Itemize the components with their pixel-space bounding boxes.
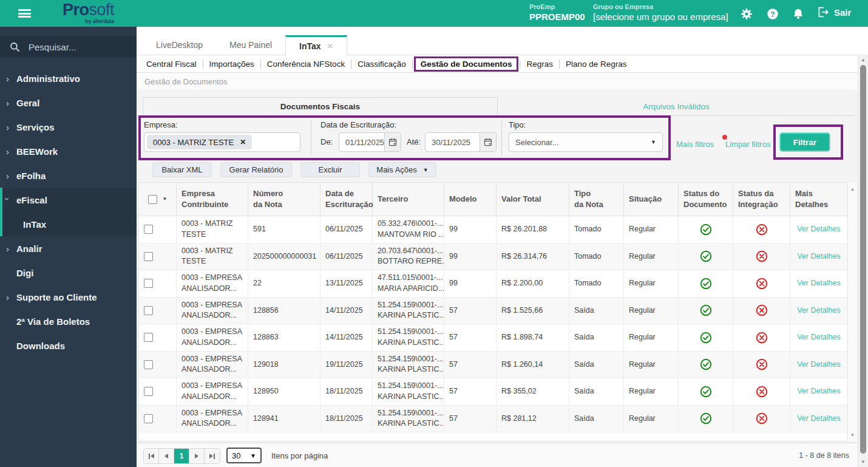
filtrar-button[interactable]: Filtrar bbox=[779, 132, 830, 152]
sidebar-item-intax[interactable]: InTax bbox=[2, 212, 137, 236]
help-icon[interactable]: ? bbox=[766, 7, 779, 21]
hamburger-menu-icon[interactable] bbox=[18, 9, 31, 18]
column-header-data-de-escritura-o[interactable]: Data deEscrituração bbox=[320, 183, 373, 216]
column-header-terceiro[interactable]: Terceiro bbox=[373, 183, 444, 216]
excluir-button[interactable]: Excluir bbox=[300, 162, 360, 177]
sidebar-search-input[interactable]: Pesquisar... bbox=[0, 36, 137, 58]
column-header-line: Status da bbox=[738, 188, 785, 199]
calendar-icon-ate[interactable] bbox=[480, 133, 496, 151]
tipo-select[interactable]: Selecionar... ▼ bbox=[509, 132, 663, 152]
page-scroll-down-icon[interactable]: ▼ bbox=[858, 457, 868, 466]
ver-detalhes-link[interactable]: Ver Detalhes bbox=[797, 251, 841, 262]
ver-detalhes-link[interactable]: Ver Detalhes bbox=[797, 224, 841, 235]
sidebar-item-beework[interactable]: ›BEEWork bbox=[0, 139, 137, 163]
sidebar-item-servi-os[interactable]: ›Serviços bbox=[0, 115, 137, 139]
column-header-line: da Nota bbox=[574, 199, 619, 210]
select-all-checkbox[interactable] bbox=[148, 195, 157, 204]
mais-filtros-link[interactable]: Mais filtros bbox=[676, 140, 714, 149]
row-checkbox[interactable] bbox=[144, 414, 153, 423]
first-page-button[interactable] bbox=[144, 449, 159, 463]
next-page-button[interactable] bbox=[189, 449, 205, 463]
subnav-item-confer-ncia-nfstock[interactable]: Conferência NFStock bbox=[261, 60, 351, 69]
tab-livedesktop[interactable]: LiveDesktop bbox=[143, 35, 216, 55]
page-scrollbar-thumb[interactable] bbox=[860, 65, 866, 454]
column-header-valor-total[interactable]: Valor Total bbox=[497, 183, 569, 216]
last-page-button[interactable] bbox=[205, 449, 220, 463]
ver-detalhes-link[interactable]: Ver Detalhes bbox=[797, 305, 841, 316]
column-header-tipo-da-nota[interactable]: Tipoda Nota bbox=[569, 183, 624, 216]
current-page-button[interactable]: 1 bbox=[174, 449, 189, 463]
valor-total-cell-text: R$ 26.314,76 bbox=[501, 251, 564, 262]
column-header-status-do-documento[interactable]: Status doDocumento bbox=[679, 183, 733, 216]
column-header-empresa-contribuinte[interactable]: EmpresaContribuinte bbox=[177, 183, 248, 216]
sidebar-item-administrativo[interactable]: ›Administrativo bbox=[0, 66, 137, 90]
tab-documentos-fiscais[interactable]: Documentos Fiscais bbox=[143, 97, 498, 116]
tab-meu-painel[interactable]: Meu Painel bbox=[216, 35, 285, 55]
sidebar-group-efiscal: ›eFiscalInTax bbox=[0, 188, 137, 236]
column-header-situa-o[interactable]: Situação bbox=[624, 183, 679, 216]
row-checkbox[interactable] bbox=[144, 333, 153, 342]
sidebar-item-2-via-de-boletos[interactable]: 2ª Via de Boletos bbox=[0, 309, 137, 333]
row-checkbox[interactable] bbox=[144, 306, 153, 315]
page-scroll-up-icon[interactable]: ▲ bbox=[858, 55, 868, 64]
sidebar-item-downloads[interactable]: Downloads bbox=[0, 333, 137, 358]
column-header-line: Status do bbox=[683, 188, 728, 199]
subnav-item-importa-es[interactable]: Importações bbox=[203, 60, 260, 69]
status-integracao-cell bbox=[733, 298, 790, 324]
subnav-item-gest-o-de-documentos[interactable]: Gestão de Documentos bbox=[414, 56, 519, 72]
data-ate-value[interactable]: 30/11/2025 bbox=[426, 133, 480, 151]
sidebar-item-analir[interactable]: ›Analir bbox=[0, 236, 137, 261]
proemp-value: PPROEMP00 bbox=[529, 11, 585, 23]
subnav-item-classifica-o[interactable]: Classificação bbox=[351, 60, 412, 69]
grupo-empresa-value[interactable]: [selecione um grupo ou empresa] bbox=[593, 11, 728, 23]
close-tab-icon[interactable]: ✕ bbox=[327, 42, 333, 50]
baixar-xml-button[interactable]: Baixar XML bbox=[152, 162, 212, 177]
ver-detalhes-link[interactable]: Ver Detalhes bbox=[797, 414, 841, 424]
ver-detalhes-link[interactable]: Ver Detalhes bbox=[797, 332, 841, 343]
terceiro-cell-text: KARINA PLASTIC... bbox=[378, 338, 439, 349]
data-de-value[interactable]: 01/11/2025 bbox=[339, 133, 384, 151]
table-scroll-down-icon[interactable]: ▼ bbox=[848, 431, 857, 439]
column-header-modelo[interactable]: Modelo bbox=[444, 183, 497, 216]
column-header-mais-detalhes[interactable]: Mais Detalhes bbox=[790, 183, 847, 216]
subnav-item-plano-de-regras[interactable]: Plano de Regras bbox=[560, 60, 633, 69]
logout-button[interactable]: Sair bbox=[817, 7, 851, 18]
empresa-input[interactable]: 0003 - MATRIZ TESTE ✕ bbox=[144, 132, 300, 152]
subnav-item-central-fiscal[interactable]: Central Fiscal bbox=[140, 60, 203, 69]
gerar-relat-rio-button[interactable]: Gerar Relatório bbox=[220, 162, 292, 177]
mais-a-es-button[interactable]: Mais Ações▼ bbox=[368, 162, 436, 177]
sidebar-item-efiscal[interactable]: ›eFiscal bbox=[2, 188, 137, 212]
column-header-status-da-integra-o[interactable]: Status daIntegração bbox=[733, 183, 790, 216]
ver-detalhes-link[interactable]: Ver Detalhes bbox=[797, 278, 841, 289]
row-checkbox[interactable] bbox=[144, 279, 153, 288]
notifications-bell-icon[interactable] bbox=[792, 7, 805, 21]
settings-gear-icon[interactable] bbox=[740, 7, 753, 21]
ver-detalhes-link[interactable]: Ver Detalhes bbox=[797, 360, 841, 370]
empresa-contribuinte-cell-text: ANALISADOR... bbox=[181, 364, 243, 375]
sidebar-item-geral[interactable]: ›Geral bbox=[0, 90, 137, 115]
row-checkbox[interactable] bbox=[144, 360, 153, 369]
page-size-select[interactable]: 30 ▼ bbox=[226, 448, 262, 463]
column-header-n-mero-da-nota[interactable]: Númeroda Nota bbox=[248, 183, 320, 216]
row-checkbox[interactable] bbox=[144, 252, 153, 261]
sidebar-item-suporte-ao-cliente[interactable]: ›Suporte ao Cliente bbox=[0, 285, 137, 309]
row-checkbox[interactable] bbox=[144, 387, 153, 396]
button-label: Gerar Relatório bbox=[229, 165, 283, 174]
table-scroll-up-icon[interactable]: ▲ bbox=[848, 185, 857, 193]
tab-arquivos-invalidos[interactable]: Arquivos Inválidos bbox=[498, 97, 855, 116]
row-checkbox[interactable] bbox=[144, 225, 153, 234]
chip-remove-icon[interactable]: ✕ bbox=[240, 138, 246, 146]
data-escrituracao-cell-text: 18/11/2025 bbox=[325, 414, 367, 424]
sidebar-item-digi[interactable]: Digi bbox=[0, 261, 137, 285]
situacao-cell-text: Regular bbox=[629, 360, 673, 370]
selection-menu-caret-icon[interactable]: ▼ bbox=[163, 196, 168, 202]
ver-detalhes-link[interactable]: Ver Detalhes bbox=[797, 386, 841, 397]
previous-page-button[interactable] bbox=[159, 449, 174, 463]
subnav-item-regras[interactable]: Regras bbox=[520, 60, 559, 69]
grupo-empresa-field[interactable]: Grupo ou Empresa [selecione um grupo ou … bbox=[593, 3, 728, 23]
limpar-filtros-link[interactable]: Limpar filtros bbox=[725, 140, 770, 149]
data-escrituracao-cell-text: 18/11/2025 bbox=[325, 386, 367, 397]
sidebar-item-efolha[interactable]: ›eFolha bbox=[0, 163, 137, 188]
tab-intax[interactable]: InTax✕ bbox=[285, 35, 347, 55]
calendar-icon-de[interactable] bbox=[384, 133, 401, 151]
